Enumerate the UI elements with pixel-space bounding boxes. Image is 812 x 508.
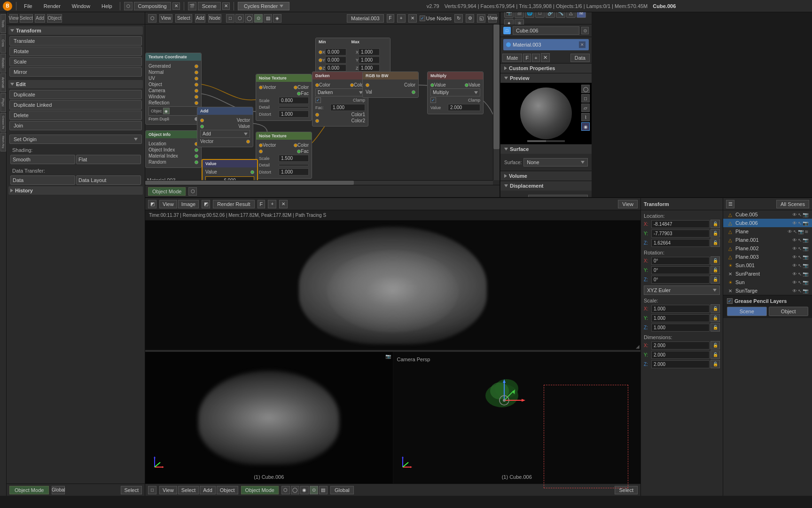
- rotate-btn[interactable]: Rotate: [9, 47, 142, 56]
- mirror-btn[interactable]: Mirror: [9, 67, 142, 77]
- displacement-header[interactable]: Displacement: [500, 181, 592, 190]
- multiply-clamp[interactable]: [430, 97, 436, 103]
- outliner-plane002[interactable]: △ Plane.002 👁 ↖ 📷: [723, 244, 812, 253]
- scene-icon[interactable]: 🎬: [188, 2, 196, 10]
- duplicate-linked-btn[interactable]: Duplicate Linked: [9, 100, 142, 110]
- object-mode-left[interactable]: Object Mode: [9, 486, 49, 494]
- noise2-node[interactable]: Noise Texture VectorColor Fac Scale 1.50…: [256, 132, 312, 179]
- vp-icon-5[interactable]: ▤: [319, 486, 328, 494]
- location-x[interactable]: -8.14847: [651, 220, 710, 228]
- rotation-z-lock[interactable]: 🔓: [710, 275, 720, 284]
- outliner-cube006[interactable]: △ Cube.006 👁 ↖ 📷: [723, 219, 812, 227]
- min-y[interactable]: [325, 56, 346, 64]
- scale-z-lock[interactable]: 🔓: [710, 323, 720, 332]
- node-settings[interactable]: ⚙: [466, 14, 474, 23]
- join-btn[interactable]: Join: [9, 121, 142, 130]
- max-y[interactable]: [359, 56, 380, 64]
- node-vscrollbar[interactable]: [493, 24, 500, 180]
- scale-btn[interactable]: Scale: [9, 57, 142, 66]
- noise2-scale[interactable]: 1.500: [279, 155, 309, 162]
- view-menu[interactable]: View: [9, 14, 18, 23]
- location-y-lock[interactable]: 🔓: [710, 229, 720, 238]
- object-settings-icon[interactable]: ⚙: [581, 27, 589, 34]
- outliner-plane003[interactable]: △ Plane.003 👁 ↖ 📷: [723, 253, 812, 261]
- node-display-2[interactable]: ⬡: [235, 14, 244, 23]
- location-y[interactable]: -7.77903: [651, 230, 710, 238]
- render-image-menu[interactable]: Image: [178, 200, 199, 208]
- rotation-y[interactable]: 0°: [651, 266, 710, 274]
- euler-dropdown[interactable]: XYZ Euler: [644, 286, 720, 295]
- rotation-z[interactable]: 0°: [651, 276, 710, 284]
- node-display-1[interactable]: □: [226, 14, 234, 23]
- object-name[interactable]: Cube.006: [513, 26, 579, 35]
- relations-tab[interactable]: Relatio: [0, 54, 6, 72]
- vp-editor-icon[interactable]: □: [148, 486, 156, 494]
- scale-y-lock[interactable]: 🔓: [710, 314, 720, 322]
- select-bottom[interactable]: Select: [615, 486, 638, 494]
- menu-render[interactable]: Render: [40, 2, 64, 10]
- preview-slider[interactable]: [527, 140, 565, 142]
- outliner-suntarge[interactable]: ✕ SunTarge 👁 ↖ 📷: [723, 286, 812, 295]
- node-display-6[interactable]: ◈: [273, 14, 281, 23]
- node-view-toggle[interactable]: ◱: [477, 14, 485, 23]
- compositing-label[interactable]: Compositing: [134, 2, 171, 10]
- mesh-align-tab[interactable]: Mesh Alig: [0, 133, 6, 151]
- node-hscrollbar[interactable]: [145, 180, 493, 185]
- menu-help[interactable]: Help: [98, 2, 116, 10]
- noise1-scale[interactable]: 0.800: [279, 97, 309, 104]
- add-select[interactable]: Add: [200, 130, 250, 138]
- mat-add-btn[interactable]: +: [532, 54, 539, 62]
- node-display-5[interactable]: ▤: [264, 14, 272, 23]
- menu-window[interactable]: Window: [68, 2, 94, 10]
- material-props-icon[interactable]: M: [577, 12, 586, 18]
- multiply-mode[interactable]: Multiply: [430, 88, 480, 96]
- darken-node[interactable]: Darken ColorColor Darken Clamp: [312, 71, 368, 127]
- node-add-menu[interactable]: Add: [195, 14, 205, 23]
- rgb-bw-node[interactable]: RGB to BW Color Val: [362, 71, 419, 98]
- noise1-distort[interactable]: 1.000: [279, 111, 309, 118]
- noise2-distort[interactable]: 1.000: [279, 168, 309, 175]
- scale-x[interactable]: 1.000: [651, 305, 710, 313]
- volume-header[interactable]: Volume: [500, 171, 592, 181]
- node-view-menu[interactable]: View: [159, 14, 172, 23]
- rotation-x[interactable]: 0°: [651, 257, 710, 265]
- gp-checkbox[interactable]: [727, 298, 733, 304]
- global-btn[interactable]: Global: [330, 486, 354, 494]
- compositing-expand[interactable]: ✕: [172, 2, 180, 10]
- object-menu[interactable]: Object: [47, 14, 62, 23]
- modifiers-icon[interactable]: 🔧: [556, 12, 565, 18]
- constraints-icon[interactable]: 🔗: [546, 12, 555, 18]
- location-z-lock[interactable]: 🔓: [710, 238, 720, 247]
- material-remove-icon[interactable]: ✕: [578, 41, 586, 48]
- location-z[interactable]: 1.62664: [651, 239, 710, 247]
- select-menu[interactable]: Select: [20, 14, 33, 23]
- render-view-btn[interactable]: View: [618, 200, 638, 208]
- scale-x-lock[interactable]: 🔓: [710, 304, 720, 313]
- darken-mode-select[interactable]: Darken: [315, 88, 365, 96]
- material-name-input[interactable]: Material.003: [347, 14, 384, 23]
- rotation-x-lock[interactable]: 🔓: [710, 256, 720, 265]
- noise1-detail[interactable]: [279, 106, 309, 108]
- location-x-lock[interactable]: 🔓: [710, 220, 720, 228]
- vp-icon-3[interactable]: ◉: [300, 486, 309, 494]
- editor-icon[interactable]: ⬡: [124, 2, 133, 10]
- animation-tab[interactable]: Animati: [0, 73, 6, 92]
- dim-z-lock[interactable]: 🔓: [710, 360, 720, 368]
- render-cube006[interactable]: 📷: [803, 221, 808, 226]
- node-mode-btn[interactable]: Object Mode: [148, 187, 186, 196]
- outliner-cube005[interactable]: △ Cube.005 👁 ↖ 📷: [723, 210, 812, 219]
- use-nodes-toggle[interactable]: Use Nodes: [420, 16, 452, 21]
- surface-dropdown[interactable]: None: [523, 158, 588, 167]
- scene-expand[interactable]: ✕: [222, 2, 230, 10]
- preview-cube-btn[interactable]: □: [581, 94, 590, 103]
- viewport-left[interactable]: 📷 (1) Cube.006: [145, 352, 393, 484]
- render-view-menu[interactable]: View: [159, 200, 177, 208]
- node-refresh[interactable]: ↻: [454, 14, 463, 23]
- vp-object-menu[interactable]: Object: [217, 486, 238, 494]
- create-tab[interactable]: Crea: [0, 34, 6, 53]
- viewport-resize-handle[interactable]: ◢: [636, 344, 640, 349]
- min-x[interactable]: [325, 48, 346, 56]
- node-view-btn[interactable]: View: [488, 14, 497, 23]
- render-del-btn[interactable]: ✕: [279, 200, 288, 208]
- global-view[interactable]: Global: [52, 486, 65, 494]
